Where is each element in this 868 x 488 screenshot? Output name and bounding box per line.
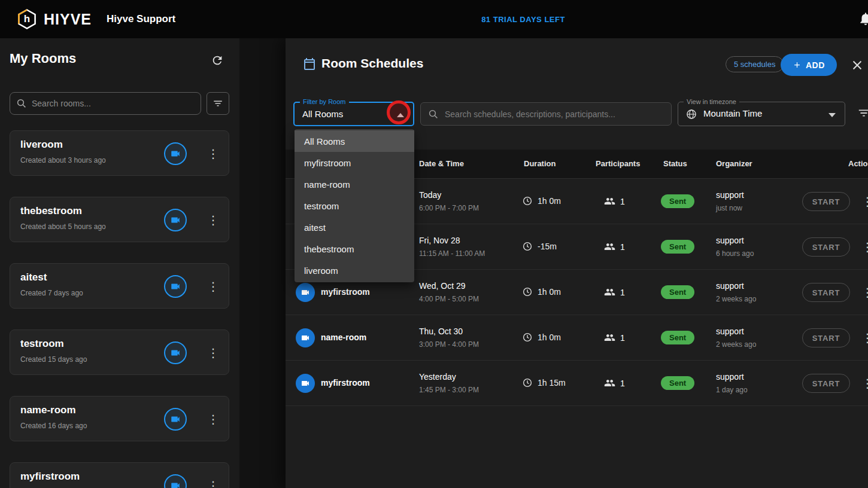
start-schedule-button[interactable]: START — [802, 374, 850, 393]
schedule-room-name: myfirstroom — [321, 378, 370, 388]
organizer-time: just now — [716, 204, 742, 212]
column-header-duration: Duration — [524, 159, 556, 168]
chevron-up-icon — [397, 113, 404, 117]
schedules-filter-button[interactable] — [857, 106, 868, 120]
dropdown-option-name-room[interactable]: name-room — [295, 173, 414, 195]
room-name: myfirstroom — [20, 471, 80, 483]
room-schedule-icon — [296, 328, 315, 347]
dropdown-option-liveroom[interactable]: liveroom — [295, 260, 414, 281]
schedule-time: 1:45 PM - 3:00 PM — [419, 386, 479, 394]
rooms-filter-button[interactable] — [207, 92, 229, 115]
rooms-search-input[interactable] — [32, 99, 195, 108]
filter-by-room-label: Filter by Room — [300, 98, 349, 105]
organizer-name: support — [716, 236, 744, 245]
start-schedule-button[interactable]: START — [802, 192, 850, 211]
top-app-bar: h HIYVE Hiyve Support 81 TRIAL DAYS LEFT — [0, 0, 868, 38]
videocam-icon — [170, 148, 181, 159]
schedule-menu-button[interactable]: ⋮ — [859, 283, 868, 302]
close-modal-button[interactable] — [851, 58, 865, 72]
room-card-name-room[interactable]: name-room Created 16 days ago ⋮ — [10, 396, 229, 441]
join-video-button[interactable] — [164, 275, 187, 298]
schedule-date: Thu, Oct 30 — [419, 327, 463, 336]
organizer-time: 6 hours ago — [716, 249, 754, 258]
room-menu-button[interactable]: ⋮ — [205, 476, 221, 488]
timezone-select[interactable]: View in timezone Mountain Time — [678, 102, 845, 126]
rooms-search-field — [10, 92, 201, 115]
room-card-liveroom[interactable]: liveroom Created about 3 hours ago ⋮ — [10, 130, 229, 176]
status-badge: Sent — [661, 240, 694, 254]
add-schedule-button[interactable]: ADD — [781, 54, 837, 76]
organizer-time: 2 weeks ago — [716, 295, 756, 303]
schedule-time: 6:00 PM - 7:00 PM — [419, 204, 479, 212]
filter-by-room-select[interactable]: Filter by Room All Rooms — [293, 102, 414, 126]
schedule-menu-button[interactable]: ⋮ — [859, 192, 868, 211]
start-schedule-button[interactable]: START — [802, 283, 850, 302]
room-schedules-modal: Room Schedules 5 schedules ADD Filter by… — [286, 38, 868, 488]
schedule-date: Wed, Oct 29 — [419, 281, 466, 291]
join-video-button[interactable] — [164, 341, 187, 364]
room-name: name-room — [20, 404, 76, 416]
join-video-button[interactable] — [164, 209, 187, 231]
schedule-time: 11:15 AM - 11:00 AM — [419, 249, 485, 258]
start-schedule-button[interactable]: START — [802, 328, 850, 347]
dropdown-option-aitest[interactable]: aitest — [295, 216, 414, 238]
room-menu-button[interactable]: ⋮ — [205, 343, 221, 362]
dropdown-option-testroom[interactable]: testroom — [295, 195, 414, 216]
room-card-myfirstroom[interactable]: myfirstroom ⋮ — [10, 462, 229, 488]
modal-title: Room Schedules — [321, 56, 423, 71]
organizer-name: support — [716, 372, 744, 382]
schedule-row: name-room Thu, Oct 30 3:00 PM - 4:00 PM … — [286, 315, 868, 361]
room-menu-button[interactable]: ⋮ — [205, 144, 221, 163]
search-icon — [428, 109, 439, 120]
room-card-thebestroom[interactable]: thebestroom Created about 5 hours ago ⋮ — [10, 197, 229, 242]
room-name: liveroom — [20, 139, 63, 151]
hiyve-hexagon-icon: h — [16, 8, 38, 30]
schedule-date: Fri, Nov 28 — [419, 236, 460, 245]
schedules-search-input[interactable] — [445, 109, 664, 119]
notifications-bell-icon[interactable] — [858, 11, 868, 26]
refresh-icon — [211, 54, 224, 67]
filter-by-room-value: All Rooms — [302, 109, 343, 119]
schedules-count-badge: 5 schedules — [726, 56, 784, 72]
filter-list-icon — [857, 106, 868, 120]
start-schedule-button[interactable]: START — [802, 237, 850, 257]
participants-icon — [604, 332, 615, 343]
participants-icon — [604, 196, 615, 207]
search-icon — [16, 98, 27, 109]
schedule-date: Yesterday — [419, 372, 456, 382]
schedule-date: Today — [419, 190, 441, 200]
schedule-menu-button[interactable]: ⋮ — [859, 374, 868, 393]
dropdown-option-all-rooms[interactable]: All Rooms — [295, 130, 414, 152]
room-menu-button[interactable]: ⋮ — [205, 211, 221, 230]
modal-backdrop[interactable] — [239, 38, 286, 488]
room-card-aitest[interactable]: aitest Created 7 days ago ⋮ — [10, 263, 229, 309]
dropdown-option-thebestroom[interactable]: thebestroom — [295, 238, 414, 260]
clock-icon — [522, 286, 533, 297]
join-video-button[interactable] — [164, 474, 187, 488]
my-rooms-sidebar: My Rooms liveroom Created about 3 hours … — [0, 38, 239, 488]
participants-icon — [604, 377, 615, 389]
trial-days-banner: 81 TRIAL DAYS LEFT — [481, 15, 565, 24]
chevron-down-icon — [828, 113, 836, 117]
schedule-room-name: myfirstroom — [321, 287, 370, 297]
column-header-actions: Actions — [848, 159, 868, 168]
refresh-rooms-button[interactable] — [211, 53, 226, 68]
dropdown-option-myfirstroom[interactable]: myfirstroom — [295, 152, 414, 173]
room-card-testroom[interactable]: testroom Created 15 days ago ⋮ — [10, 330, 229, 375]
schedule-menu-button[interactable]: ⋮ — [859, 328, 868, 347]
status-badge: Sent — [661, 285, 694, 299]
hiyve-logo[interactable]: h HIYVE — [16, 8, 92, 30]
join-video-button[interactable] — [164, 408, 187, 431]
room-menu-button[interactable]: ⋮ — [205, 277, 221, 296]
schedule-time: 3:00 PM - 4:00 PM — [419, 340, 479, 349]
room-menu-button[interactable]: ⋮ — [205, 410, 221, 429]
videocam-icon — [170, 281, 181, 292]
filter-list-icon — [213, 98, 223, 109]
videocam-icon — [170, 414, 181, 425]
join-video-button[interactable] — [164, 142, 187, 165]
schedule-row: myfirstroom Yesterday 1:45 PM - 3:00 PM … — [286, 361, 868, 406]
schedule-menu-button[interactable]: ⋮ — [859, 237, 868, 257]
participants-icon — [604, 241, 615, 252]
schedule-room-name: name-room — [321, 333, 366, 342]
room-created: Created 7 days ago — [20, 289, 83, 297]
